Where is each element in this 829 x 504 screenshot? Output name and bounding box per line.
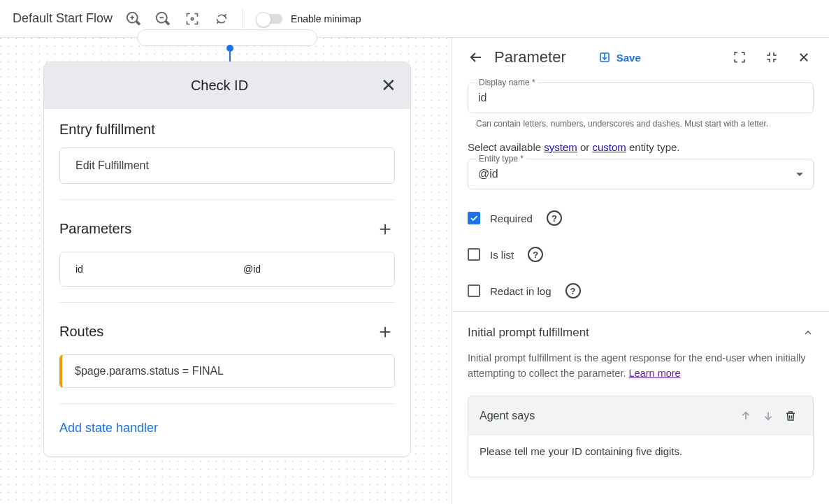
chevron-down-icon <box>796 173 803 176</box>
divider <box>59 403 395 404</box>
parameter-row[interactable]: id @id <box>59 252 395 287</box>
minimap-label: Enable minimap <box>291 13 361 24</box>
close-panel-icon[interactable] <box>794 48 814 67</box>
islist-label: Is list <box>490 249 514 261</box>
save-label: Save <box>617 52 641 64</box>
flow-title: Default Start Flow <box>13 11 113 26</box>
refresh-icon[interactable] <box>209 6 234 31</box>
help-icon[interactable]: ? <box>528 247 543 262</box>
required-checkbox[interactable] <box>468 212 480 224</box>
zoom-in-icon[interactable] <box>121 6 146 31</box>
entity-type-value: @id <box>478 168 498 180</box>
divider <box>243 9 243 29</box>
agent-says-box: Agent says Please tell me your ID <box>468 396 814 477</box>
custom-link[interactable]: custom <box>592 141 626 153</box>
node-card: Check ID ✕ Entry fulfillment Edit Fulfil… <box>43 62 411 457</box>
delete-icon[interactable] <box>779 405 802 427</box>
ipf-accordion-header[interactable]: Initial prompt fulfillment <box>468 326 814 340</box>
param-entity: @id <box>243 264 261 275</box>
redact-checkbox[interactable] <box>468 285 480 297</box>
agent-says-text[interactable]: Please tell me your ID containing five d… <box>468 435 813 477</box>
help-icon[interactable]: ? <box>547 210 562 226</box>
toolbar: Default Start Flow Enable minimap <box>0 0 829 38</box>
display-name-label: Display name * <box>476 78 538 87</box>
upstream-node[interactable] <box>137 29 317 46</box>
divider <box>59 302 395 303</box>
params-section-title: Parameters <box>59 221 131 237</box>
display-name-helptext: Can contain letters, numbers, underscore… <box>476 119 812 129</box>
add-route-icon[interactable]: ＋ <box>375 318 395 345</box>
close-icon[interactable]: ✕ <box>381 75 396 96</box>
fullscreen-icon[interactable] <box>730 48 749 67</box>
move-down-icon[interactable] <box>757 405 779 427</box>
side-panel: Parameter Save <box>452 38 829 504</box>
ipf-title: Initial prompt fulfillment <box>468 326 589 340</box>
entity-type-sentence: Select available system or custom entity… <box>468 141 814 153</box>
islist-checkbox[interactable] <box>468 248 480 261</box>
learn-more-link[interactable]: Learn more <box>629 368 681 379</box>
entry-section-title: Entry fulfillment <box>59 122 155 138</box>
divider <box>59 199 395 200</box>
required-label: Required <box>490 213 533 224</box>
move-up-icon[interactable] <box>735 405 757 427</box>
redact-label: Redact in log <box>490 285 552 297</box>
add-state-handler-link[interactable]: Add state handler <box>59 421 395 435</box>
add-parameter-icon[interactable]: ＋ <box>375 215 395 242</box>
zoom-out-icon[interactable] <box>150 6 175 31</box>
routes-section-title: Routes <box>59 324 103 340</box>
help-icon[interactable]: ? <box>565 283 581 298</box>
node-title: Check ID <box>58 78 381 94</box>
agent-says-label: Agent says <box>480 410 735 422</box>
route-row[interactable]: $page.params.status = FINAL <box>59 354 395 388</box>
svg-point-0 <box>191 17 193 20</box>
edit-fulfillment-button[interactable]: Edit Fulfillment <box>59 147 395 184</box>
param-name: id <box>75 264 243 275</box>
ipf-description: Initial prompt fulfillment is the agent … <box>468 351 814 382</box>
chevron-up-icon <box>802 327 814 338</box>
save-button[interactable]: Save <box>598 51 641 64</box>
minimap-toggle[interactable] <box>257 14 282 24</box>
back-icon[interactable] <box>466 48 486 67</box>
collapse-icon[interactable] <box>762 48 781 67</box>
canvas[interactable]: Check ID ✕ Entry fulfillment Edit Fulfil… <box>0 38 452 504</box>
entity-type-label: Entity type * <box>476 154 526 164</box>
panel-title: Parameter <box>494 48 566 66</box>
fit-view-icon[interactable] <box>180 6 205 31</box>
system-link[interactable]: system <box>544 141 577 153</box>
